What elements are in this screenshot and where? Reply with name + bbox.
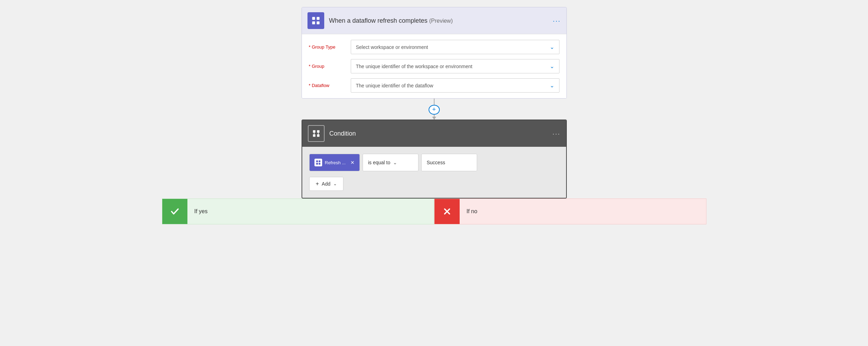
condition-token-label: Refresh ...: [325, 160, 346, 165]
dataflow-placeholder: The unique identifier of the dataflow: [356, 83, 433, 88]
svg-rect-1: [317, 17, 319, 20]
dataflow-field-row: Dataflow The unique identifier of the da…: [309, 78, 559, 93]
group-type-chevron-icon: ⌄: [550, 44, 554, 50]
branch-yes-label: If yes: [187, 208, 215, 215]
svg-rect-7: [317, 134, 319, 137]
group-chevron-icon: ⌄: [550, 63, 554, 70]
branches-container: If yes If no: [162, 199, 706, 224]
condition-body: Refresh ... ✕ is equal to ⌄ Success + Ad…: [302, 147, 566, 198]
connector: +: [429, 99, 440, 120]
add-step-button[interactable]: +: [429, 105, 440, 115]
branch-if-no[interactable]: If no: [434, 199, 706, 224]
condition-title: Condition: [329, 130, 356, 137]
svg-rect-4: [313, 130, 315, 133]
connector-arrow: [434, 115, 435, 120]
add-chevron-icon: ⌄: [333, 181, 337, 186]
group-type-placeholder: Select workspace or environment: [356, 44, 428, 50]
svg-rect-5: [317, 130, 319, 133]
condition-value-field[interactable]: Success: [421, 154, 477, 171]
condition-card: Condition ···: [302, 120, 567, 199]
token-icon: [314, 159, 322, 166]
group-field-row: Group The unique identifier of the works…: [309, 59, 559, 73]
svg-rect-11: [319, 160, 320, 162]
condition-token-close-button[interactable]: ✕: [350, 160, 355, 165]
condition-expression-row: Refresh ... ✕ is equal to ⌄ Success: [309, 154, 559, 171]
canvas: When a dataflow refresh completes (Previ…: [0, 7, 868, 346]
dataflow-label: Dataflow: [309, 83, 351, 88]
svg-rect-12: [316, 163, 318, 165]
condition-value-text: Success: [426, 160, 445, 165]
condition-token-wrapper: Refresh ... ✕: [309, 154, 360, 171]
branch-no-icon: [435, 199, 460, 224]
svg-rect-13: [319, 163, 320, 165]
group-type-label: Group Type: [309, 44, 351, 50]
trigger-title: When a dataflow refresh completes (Previ…: [329, 17, 453, 24]
condition-token: Refresh ... ✕: [310, 154, 360, 171]
plus-icon: +: [316, 181, 319, 187]
svg-rect-6: [313, 134, 315, 137]
branch-no-label: If no: [460, 208, 484, 215]
trigger-icon: [307, 12, 324, 29]
condition-operator-label: is equal to: [368, 160, 390, 165]
add-condition-label: Add: [322, 181, 331, 187]
trigger-preview-badge: (Preview): [429, 18, 453, 24]
condition-more-button[interactable]: ···: [552, 130, 561, 138]
branch-if-yes[interactable]: If yes: [162, 199, 434, 224]
add-condition-button[interactable]: + Add ⌄: [309, 177, 343, 191]
group-dropdown[interactable]: The unique identifier of the workspace o…: [351, 59, 559, 73]
trigger-body: Group Type Select workspace or environme…: [302, 34, 566, 98]
group-placeholder: The unique identifier of the workspace o…: [356, 64, 473, 69]
group-type-dropdown[interactable]: Select workspace or environment ⌄: [351, 40, 559, 54]
trigger-header: When a dataflow refresh completes (Previ…: [302, 7, 566, 34]
group-label: Group: [309, 64, 351, 69]
svg-rect-0: [312, 17, 315, 20]
svg-rect-10: [316, 160, 318, 162]
branch-yes-icon: [162, 199, 187, 224]
condition-operator-dropdown[interactable]: is equal to ⌄: [363, 154, 418, 171]
svg-rect-3: [317, 21, 319, 24]
trigger-more-button[interactable]: ···: [553, 17, 561, 25]
group-type-field-row: Group Type Select workspace or environme…: [309, 40, 559, 54]
condition-header: Condition ···: [302, 120, 566, 147]
dataflow-chevron-icon: ⌄: [550, 82, 554, 89]
condition-icon: [308, 125, 325, 142]
trigger-title-text: When a dataflow refresh completes: [329, 17, 428, 24]
condition-operator-chevron-icon: ⌄: [393, 160, 397, 165]
trigger-card: When a dataflow refresh completes (Previ…: [302, 7, 567, 99]
connector-line-top: [434, 99, 435, 105]
svg-rect-2: [312, 21, 315, 24]
dataflow-dropdown[interactable]: The unique identifier of the dataflow ⌄: [351, 78, 559, 93]
